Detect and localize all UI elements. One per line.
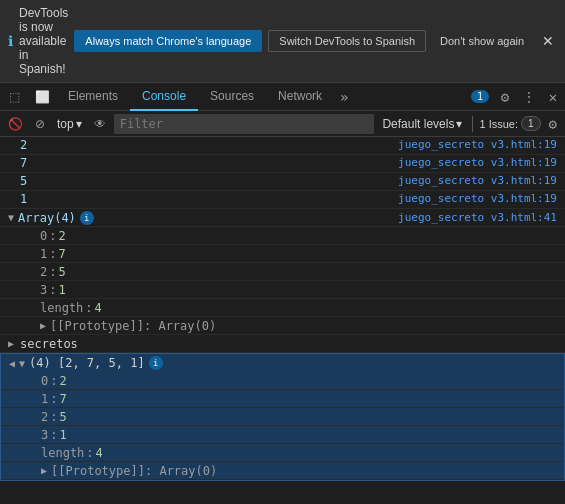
divider — [472, 116, 473, 132]
issue-label: 1 Issue: — [479, 118, 518, 130]
array-item-3: 3 : 1 — [0, 281, 565, 299]
blue-prop-key-1: 1 — [41, 392, 48, 406]
blue-array-block: ◀ ▼ (4) [2, 7, 5, 1] i 0 : 2 1 : 7 2 : 5 — [0, 353, 565, 481]
blue-prototype-text: [[Prototype]]: Array(0) — [51, 464, 217, 478]
blue-array-item-1: 1 : 7 — [1, 390, 564, 408]
blue-array-header[interactable]: ◀ ▼ (4) [2, 7, 5, 1] i — [1, 354, 564, 372]
always-match-button[interactable]: Always match Chrome's language — [74, 30, 262, 52]
levels-select[interactable]: Default levels ▾ — [378, 115, 466, 133]
length-key: length — [40, 301, 83, 315]
prop-key-0: 0 — [40, 229, 47, 243]
array-toggle-arrow: ▼ — [8, 212, 14, 223]
tab-badge: 1 — [471, 90, 489, 103]
issue-count: 1 — [521, 116, 541, 131]
notification-text: DevTools is now available in Spanish! — [19, 6, 68, 76]
blue-length-val: 4 — [96, 446, 103, 460]
prop-val-1: 7 — [58, 247, 65, 261]
device-toggle-button[interactable]: ⬜ — [28, 83, 56, 111]
tab-console[interactable]: Console — [130, 83, 198, 111]
blue-prop-val-0: 2 — [59, 374, 66, 388]
console-value-4: 1 — [20, 192, 398, 206]
prototype-arrow: ▶ — [40, 320, 46, 331]
blue-prop-key-3: 3 — [41, 428, 48, 442]
console-value-2: 7 — [20, 156, 398, 170]
console-row-4: 1 juego_secreto v3.html:19 — [0, 191, 565, 209]
array-length: length : 4 — [0, 299, 565, 317]
console-row-1: 2 juego_secreto v3.html:19 — [0, 137, 565, 155]
blue-toggle-arrow: ▼ — [19, 358, 25, 369]
clear-console-button[interactable]: 🚫 — [4, 115, 27, 133]
eye-icon-button[interactable]: 👁 — [90, 115, 110, 133]
tab-more-button[interactable]: » — [334, 83, 354, 111]
console-settings-icon[interactable]: ⚙ — [545, 116, 561, 132]
array-header-link[interactable]: juego_secreto v3.html:41 — [398, 211, 557, 224]
blue-prop-val-2: 5 — [59, 410, 66, 424]
console-value-1: 2 — [20, 138, 398, 152]
blue-array-length: length : 4 — [1, 444, 564, 462]
length-val: 4 — [95, 301, 102, 315]
switch-devtools-button[interactable]: Switch DevTools to Spanish — [268, 30, 426, 52]
blue-prototype-arrow: ▶ — [41, 465, 47, 476]
levels-dropdown-arrow: ▾ — [456, 117, 462, 131]
filter-icon-button[interactable]: ⊘ — [31, 115, 49, 133]
tab-network[interactable]: Network — [266, 83, 334, 111]
array-block: ▼ Array(4) i juego_secreto v3.html:41 0 … — [0, 209, 565, 335]
console-link-2[interactable]: juego_secreto v3.html:19 — [398, 156, 557, 169]
blue-array-item-0: 0 : 2 — [1, 372, 564, 390]
prop-val-0: 2 — [58, 229, 65, 243]
info-icon: ℹ — [8, 33, 13, 49]
prop-key-2: 2 — [40, 265, 47, 279]
prototype-text: [[Prototype]]: Array(0) — [50, 319, 216, 333]
console-link-1[interactable]: juego_secreto v3.html:19 — [398, 138, 557, 151]
array-item-2: 2 : 5 — [0, 263, 565, 281]
blue-array-badge: i — [149, 356, 163, 370]
context-selector[interactable]: top ▾ — [53, 115, 86, 133]
blue-prop-val-3: 1 — [59, 428, 66, 442]
blue-array-header-text: (4) [2, 7, 5, 1] — [29, 356, 145, 370]
blue-prop-key-2: 2 — [41, 410, 48, 424]
array-prototype[interactable]: ▶ [[Prototype]]: Array(0) — [0, 317, 565, 335]
issue-badge[interactable]: 1 Issue: 1 — [479, 116, 540, 131]
close-devtools-icon[interactable]: ✕ — [541, 85, 565, 109]
notification-bar: ℹ DevTools is now available in Spanish! … — [0, 0, 565, 83]
more-options-icon[interactable]: ⋮ — [517, 85, 541, 109]
array-item-0: 0 : 2 — [0, 227, 565, 245]
blue-prop-key-0: 0 — [41, 374, 48, 388]
console-link-4[interactable]: juego_secreto v3.html:19 — [398, 192, 557, 205]
blue-prop-val-1: 7 — [59, 392, 66, 406]
tab-elements[interactable]: Elements — [56, 83, 130, 111]
levels-label: Default levels — [382, 117, 454, 131]
prop-key-1: 1 — [40, 247, 47, 261]
prop-val-2: 5 — [58, 265, 65, 279]
tab-sources[interactable]: Sources — [198, 83, 266, 111]
prop-val-3: 1 — [58, 283, 65, 297]
tab-bar: ⬚ ⬜ Elements Console Sources Network » 1… — [0, 83, 565, 111]
console-row-2: 7 juego_secreto v3.html:19 — [0, 155, 565, 173]
context-label: top — [57, 117, 74, 131]
context-dropdown-arrow: ▾ — [76, 117, 82, 131]
dont-show-again-button[interactable]: Don't show again — [432, 31, 532, 51]
settings-icon[interactable]: ⚙ — [493, 85, 517, 109]
console-value-3: 5 — [20, 174, 398, 188]
array-info-badge: i — [80, 211, 94, 225]
input-arrow-secretos: ▶ — [8, 338, 14, 349]
secretos-row[interactable]: ▶ secretos — [0, 335, 565, 353]
blue-array-item-2: 2 : 5 — [1, 408, 564, 426]
close-notification-button[interactable]: ✕ — [538, 32, 558, 50]
array-item-1: 1 : 7 — [0, 245, 565, 263]
blue-length-key: length — [41, 446, 84, 460]
array-header-text: Array(4) — [18, 211, 76, 225]
console-toolbar: 🚫 ⊘ top ▾ 👁 Default levels ▾ 1 Issue: 1 … — [0, 111, 565, 137]
blue-array-item-3: 3 : 1 — [1, 426, 564, 444]
blue-input-arrow: ◀ — [9, 358, 15, 369]
console-row-3: 5 juego_secreto v3.html:19 — [0, 173, 565, 191]
inspect-element-button[interactable]: ⬚ — [0, 83, 28, 111]
filter-input[interactable] — [114, 114, 375, 134]
console-output: 2 juego_secreto v3.html:19 7 juego_secre… — [0, 137, 565, 504]
blue-array-prototype[interactable]: ▶ [[Prototype]]: Array(0) — [1, 462, 564, 480]
prop-key-3: 3 — [40, 283, 47, 297]
array-header[interactable]: ▼ Array(4) i juego_secreto v3.html:41 — [0, 209, 565, 227]
console-link-3[interactable]: juego_secreto v3.html:19 — [398, 174, 557, 187]
secretos-text: secretos — [20, 337, 78, 351]
